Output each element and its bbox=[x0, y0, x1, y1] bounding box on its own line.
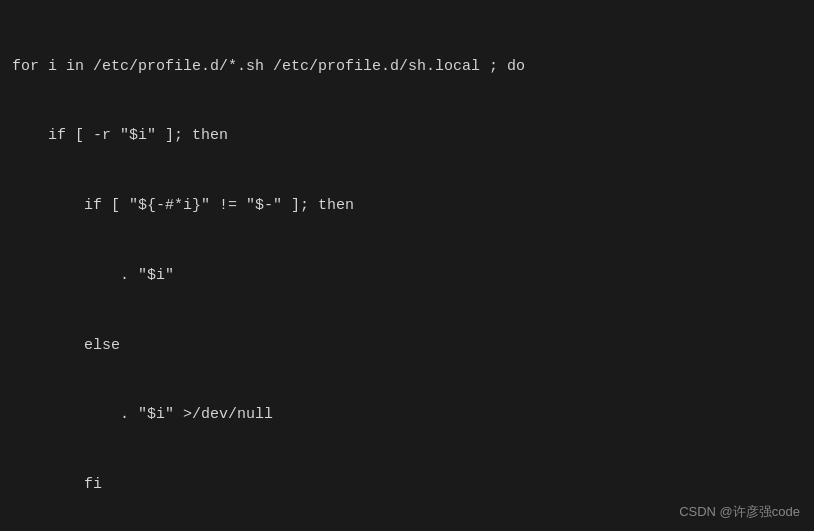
code-line-3: if [ "${-#*i}" != "$-" ]; then bbox=[12, 194, 802, 217]
code-line-1: for i in /etc/profile.d/*.sh /etc/profil… bbox=[12, 55, 802, 78]
code-line-5: else bbox=[12, 334, 802, 357]
code-line-2: if [ -r "$i" ]; then bbox=[12, 124, 802, 147]
code-content: for i in /etc/profile.d/*.sh /etc/profil… bbox=[12, 8, 802, 531]
code-line-6: . "$i" >/dev/null bbox=[12, 403, 802, 426]
code-line-7: fi bbox=[12, 473, 802, 496]
watermark: CSDN @许彦强code bbox=[679, 503, 800, 521]
terminal-window: for i in /etc/profile.d/*.sh /etc/profil… bbox=[0, 0, 814, 531]
code-line-4: . "$i" bbox=[12, 264, 802, 287]
